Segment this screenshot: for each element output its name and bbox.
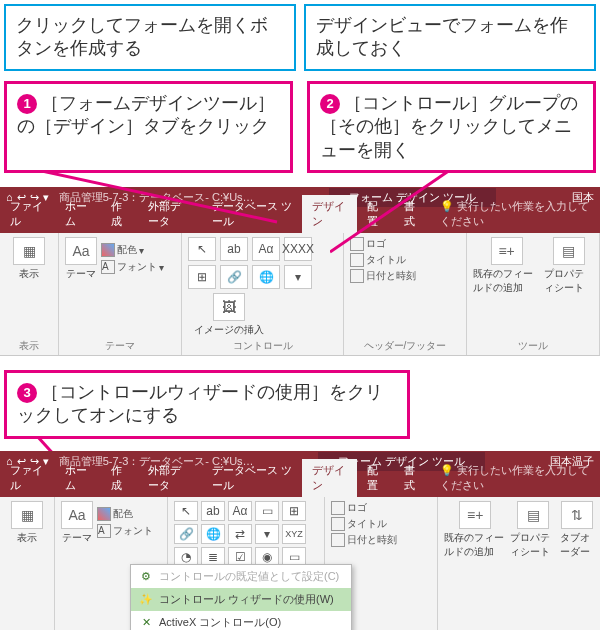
ribbon-tabs: ファイル ホーム 作成 外部データ データベース ツール デザイン 配置 書式 … [0,209,600,233]
title-button-2[interactable]: タイトル [331,517,431,531]
select-tool-2[interactable]: ↖ [174,501,198,521]
select-tool[interactable]: ↖ [188,237,216,261]
font-icon: A [101,260,115,274]
logo-icon [350,237,364,251]
view-button[interactable]: ▦表示 [6,237,52,281]
title-icon-2 [331,517,345,531]
palette-icon-2 [97,507,111,521]
property-sheet-button[interactable]: ▤プロパティシート [544,237,593,295]
tell-me[interactable]: 💡実行したい作業を入力してください [432,195,600,233]
callout-2-text: ［コントロール］グループの［その他］をクリックしてメニューを開く [320,93,578,160]
tab-format-2[interactable]: 書式 [394,459,431,497]
tab-home-2[interactable]: ホーム [55,459,101,497]
group-theme-label: テーマ [65,339,175,353]
button-tool[interactable]: XXXX [284,237,312,261]
tab-create[interactable]: 作成 [101,195,138,233]
link-tool-2[interactable]: 🔗 [174,524,198,544]
label-tool-2[interactable]: Aα [228,501,252,521]
logo-button-2[interactable]: ロゴ [331,501,431,515]
palette-icon [101,243,115,257]
callout-3-number: 3 [17,383,37,403]
tab-database-tools-2[interactable]: データベース ツール [202,459,303,497]
tab-external-data-2[interactable]: 外部データ [138,459,201,497]
group-view-label: 表示 [6,339,52,353]
fonts-button[interactable]: Aフォント ▾ [101,260,164,274]
activex-icon: ✕ [139,616,153,629]
blue-note-right: デザインビューでフォームを作成しておく [304,4,596,71]
callout-1-number: 1 [17,94,37,114]
colors-button-2[interactable]: 配色 [97,507,153,521]
tab-format[interactable]: 書式 [394,195,431,233]
combo-tool-2[interactable]: ▾ [255,524,279,544]
callout-2: 2［コントロール］グループの［その他］をクリックしてメニューを開く [307,81,596,173]
clock-icon-2 [331,533,345,547]
colors-button[interactable]: 配色 ▾ [101,243,164,257]
date-time-button[interactable]: 日付と時刻 [350,269,460,283]
tab-file-2[interactable]: ファイル [0,459,55,497]
insert-image-button[interactable]: 🖼イメージの挿入 [194,293,264,337]
access-ribbon-1: ⌂↩↪▾ 商品管理5-7-3：データベース- C:¥Us… フォーム デザイン … [0,187,600,356]
add-field-button[interactable]: ≡+既存のフィールドの追加 [473,237,540,295]
group-controls-label: コントロール [188,339,337,353]
tab-database-tools[interactable]: データベース ツール [202,195,303,233]
button-tool-2[interactable]: ▭ [255,501,279,521]
gear-icon: ⚙ [139,570,153,583]
web-tool-2[interactable]: 🌐 [201,524,225,544]
date-time-button-2[interactable]: 日付と時刻 [331,533,431,547]
property-sheet-button-2[interactable]: ▤プロパティシート [510,501,555,559]
tab-home[interactable]: ホーム [55,195,101,233]
font-icon-2: A [97,524,111,538]
group-hf-label: ヘッダー/フッター [350,339,460,353]
title-button[interactable]: タイトル [350,253,460,267]
tab-create-2[interactable]: 作成 [101,459,138,497]
controls-more-menu: ⚙ コントロールの既定値として設定(C) ✨ コントロール ウィザードの使用(W… [130,564,352,630]
hyperlink-tool[interactable]: 🔗 [220,265,248,289]
callout-1: 1［フォームデザインツール］の［デザイン］タブをクリック [4,81,293,173]
clock-icon [350,269,364,283]
label-tool[interactable]: Aα [252,237,280,261]
tab-order-button[interactable]: ⇅タブオーダー [560,501,594,559]
ribbon-tabs-2: ファイル ホーム 作成 外部データ データベース ツール デザイン 配置 書式 … [0,473,600,497]
tab-tool-2[interactable]: ⊞ [282,501,306,521]
view-button-2[interactable]: ▦表示 [6,501,48,545]
callout-3: 3［コントロールウィザードの使用］をクリックしてオンにする [4,370,410,439]
web-tool[interactable]: 🌐 [252,265,280,289]
tab-arrange-2[interactable]: 配置 [357,459,394,497]
tab-control-tool[interactable]: ⊞ [188,265,216,289]
themes-button[interactable]: Aaテーマ [65,237,97,281]
xyz-tool[interactable]: XYZ [282,524,306,544]
fonts-button-2[interactable]: Aフォント [97,524,153,538]
tab-file[interactable]: ファイル [0,195,55,233]
tab-external-data[interactable]: 外部データ [138,195,201,233]
blue-note-left: クリックしてフォームを開くボタンを作成する [4,4,296,71]
textbox-tool-2[interactable]: ab [201,501,225,521]
callout-1-text: ［フォームデザインツール］の［デザイン］タブをクリック [17,93,275,136]
menu-set-default: ⚙ コントロールの既定値として設定(C) [131,565,351,588]
textbox-tool[interactable]: ab [220,237,248,261]
bulb-icon-2: 💡 [440,464,454,476]
menu-activex[interactable]: ✕ ActiveX コントロール(O) [131,611,351,630]
themes-button-2[interactable]: Aaテーマ [61,501,93,545]
controls-more-button[interactable]: ▾ [284,265,312,289]
tell-me-2[interactable]: 💡実行したい作業を入力してください [432,459,600,497]
logo-button[interactable]: ロゴ [350,237,460,251]
bulb-icon: 💡 [440,200,454,212]
tab-design-2[interactable]: デザイン [302,459,357,497]
group-tools-label: ツール [473,339,593,353]
logo-icon-2 [331,501,345,515]
title-icon [350,253,364,267]
tab-design[interactable]: デザイン [302,195,357,233]
nav-tool-2[interactable]: ⇄ [228,524,252,544]
menu-use-control-wizard[interactable]: ✨ コントロール ウィザードの使用(W) [131,588,351,611]
wand-icon: ✨ [139,593,153,606]
add-field-button-2[interactable]: ≡+既存のフィールドの追加 [444,501,506,559]
callout-3-text: ［コントロールウィザードの使用］をクリックしてオンにする [17,382,383,425]
ribbon-body: ▦表示 表示 Aaテーマ 配色 ▾ Aフォント ▾ テーマ ↖ ab Aα XX… [0,233,600,356]
tab-arrange[interactable]: 配置 [357,195,394,233]
callout-2-number: 2 [320,94,340,114]
